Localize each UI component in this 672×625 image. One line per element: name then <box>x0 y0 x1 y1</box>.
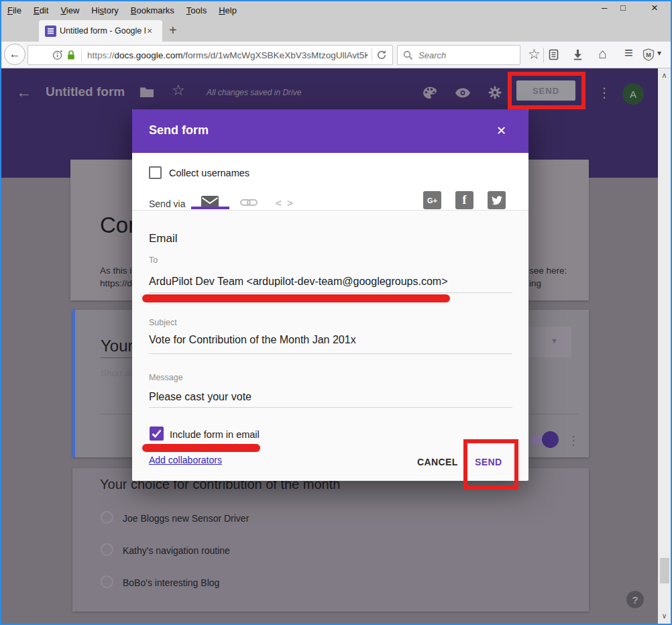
form-desc-right-1: see here: <box>529 266 567 276</box>
required-toggle-knob[interactable] <box>542 431 559 448</box>
account-avatar[interactable]: A <box>622 83 644 105</box>
short-answer-fragment: Short an <box>101 368 135 378</box>
subject-field-value[interactable]: Vote for Contribution of the Month Jan 2… <box>149 334 356 346</box>
browser-tab[interactable]: Untitled form - Google Form × <box>39 20 162 42</box>
checkmark-icon <box>152 429 162 438</box>
form-desc-left-2: https://d <box>100 278 132 288</box>
palette-icon[interactable] <box>423 87 437 99</box>
search-bar[interactable] <box>397 45 520 65</box>
menu-edit[interactable]: Edit <box>27 5 54 15</box>
menu-bookmarks[interactable]: Bookmarks <box>125 5 180 15</box>
form-title-fragment: Cor <box>100 213 135 238</box>
radio-option-3-label: BoBo's interesting Blog <box>123 577 219 588</box>
menu-help[interactable]: Help <box>213 5 243 15</box>
subject-field-label: Subject <box>149 318 177 327</box>
include-form-label: Include form in email <box>170 429 260 440</box>
svg-text:M: M <box>646 52 651 58</box>
site-info-icon[interactable] <box>52 50 63 60</box>
shield-extension-icon[interactable]: M <box>642 48 655 61</box>
library-icon[interactable] <box>548 49 559 60</box>
question-kebab-icon[interactable]: ⋮ <box>567 433 579 448</box>
menu-view[interactable]: View <box>54 5 85 15</box>
window-minimize-icon[interactable]: – <box>602 2 607 12</box>
home-icon[interactable]: ⌂ <box>598 46 607 60</box>
message-field-value[interactable]: Please cast your vote <box>149 391 251 403</box>
menu-tools[interactable]: Tools <box>180 5 213 15</box>
search-input[interactable] <box>417 50 539 61</box>
save-status: All changes saved in Drive <box>207 88 301 97</box>
google-forms-favicon <box>45 25 56 37</box>
download-icon[interactable] <box>572 49 583 60</box>
hamburger-menu-icon[interactable]: ≡ <box>624 46 633 60</box>
send-via-label: Send via <box>149 198 185 209</box>
link-tab-icon[interactable] <box>240 198 258 207</box>
message-field-label: Message <box>149 373 183 382</box>
annotation-box-toolbar-send <box>508 72 585 109</box>
facebook-icon[interactable]: f <box>455 191 473 209</box>
form-desc-left-1: As this is <box>100 266 136 276</box>
new-tab-icon[interactable]: + <box>169 23 177 38</box>
question-title-underline <box>101 357 133 358</box>
to-field-underline <box>149 292 512 293</box>
menu-history[interactable]: History <box>85 5 124 15</box>
back-arrow-icon: ← <box>9 48 21 61</box>
tab-close-icon[interactable]: × <box>147 25 152 36</box>
dialog-close-icon[interactable]: ✕ <box>496 123 506 138</box>
twitter-bird-icon <box>492 196 502 205</box>
toolbar-kebab-icon[interactable]: ⋮ <box>598 86 611 99</box>
page-scrollbar[interactable]: ∧ ∨ <box>658 68 671 624</box>
window-maximize-icon[interactable]: □ <box>620 3 626 12</box>
radio-option-1-label: Joe Bloggs new Sensor Driver <box>123 513 249 524</box>
navigation-toolbar: ← https://docs.google.com/forms/d/1wMcWg… <box>1 42 671 68</box>
dialog-header: Send form ✕ <box>132 109 528 153</box>
folder-icon[interactable] <box>139 87 154 98</box>
add-collaborators-link[interactable]: Add collaborators <box>149 455 222 465</box>
embed-tab-icon[interactable]: < > <box>276 197 294 209</box>
radio-option-3[interactable] <box>101 575 113 588</box>
collect-usernames-checkbox[interactable] <box>149 166 162 179</box>
scroll-down-icon[interactable]: ∨ <box>658 612 671 620</box>
form-title[interactable]: Untitled form <box>46 84 125 99</box>
url-divider <box>81 48 82 62</box>
forms-back-icon[interactable]: ← <box>16 84 32 100</box>
dialog-title: Send form <box>149 123 209 137</box>
dropdown-caret-icon: ▼ <box>551 337 558 345</box>
scroll-up-icon[interactable]: ∧ <box>658 71 671 80</box>
form-desc-right-2: ing <box>529 278 541 288</box>
help-button[interactable]: ? <box>626 591 644 608</box>
radio-option-2-label: Kathy's navigation routine <box>123 545 230 556</box>
include-form-checkbox[interactable] <box>150 427 164 441</box>
radio-option-2[interactable] <box>101 543 113 556</box>
dialog-divider <box>132 210 528 211</box>
url-text[interactable]: https://docs.google.com/forms/d/1wMcWgXS… <box>87 50 368 60</box>
message-field-underline <box>149 407 512 408</box>
https-lock-icon[interactable] <box>66 50 76 60</box>
preview-eye-icon[interactable] <box>455 88 470 98</box>
to-field-value[interactable]: ArduPilot Dev Team <ardupilot-dev-team@g… <box>149 276 448 288</box>
back-button[interactable]: ← <box>4 44 25 65</box>
twitter-icon[interactable] <box>488 191 506 209</box>
bookmark-star-icon[interactable]: ☆ <box>528 47 541 61</box>
question-mark-icon: ? <box>632 594 638 606</box>
scrollbar-thumb[interactable] <box>660 558 669 583</box>
question-type-dropdown[interactable]: ▼ <box>524 327 571 357</box>
form-star-icon[interactable]: ☆ <box>172 83 185 98</box>
annotation-box-dialog-send <box>463 439 518 490</box>
search-icon <box>403 50 413 60</box>
shield-caret-icon[interactable]: ▾ <box>657 49 661 57</box>
radio-option-1[interactable] <box>101 511 113 524</box>
url-bar[interactable]: https://docs.google.com/forms/d/1wMcWgXS… <box>27 45 393 65</box>
tab-title: Untitled form - Google Form <box>60 26 146 36</box>
cancel-button[interactable]: CANCEL <box>417 457 458 467</box>
reload-icon[interactable] <box>376 50 387 60</box>
window-close-icon[interactable]: × <box>651 2 658 13</box>
menu-bar: File Edit View History Bookmarks Tools H… <box>1 1 671 19</box>
menu-file[interactable]: File <box>1 5 27 15</box>
google-plus-icon[interactable]: G+ <box>423 191 441 209</box>
browser-window: File Edit View History Bookmarks Tools H… <box>0 0 672 625</box>
toolbar-divider <box>543 48 544 62</box>
annotation-underline-to-field <box>142 294 450 302</box>
selected-tab-indicator <box>191 207 229 209</box>
settings-gear-icon[interactable] <box>488 86 502 99</box>
subject-field-underline <box>149 353 512 354</box>
